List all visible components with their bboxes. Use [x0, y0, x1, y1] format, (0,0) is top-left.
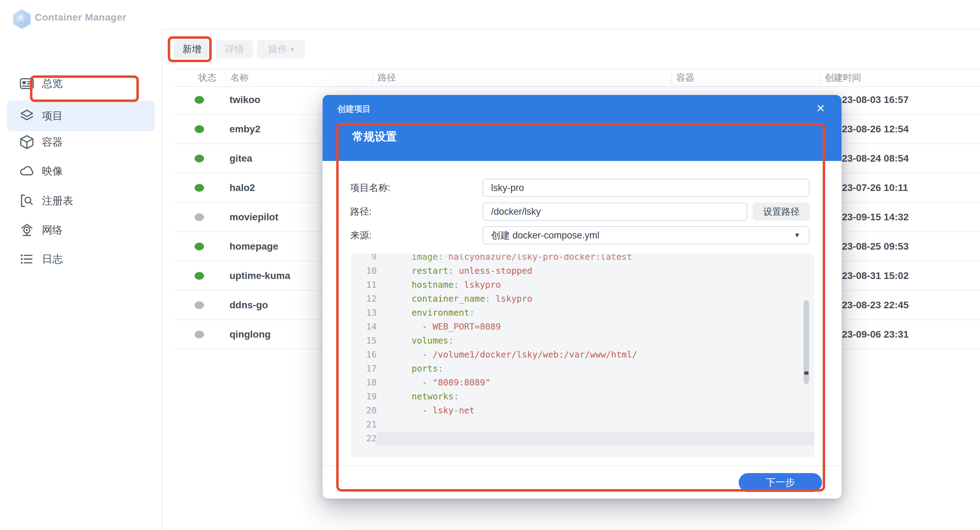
- sidebar-item-label: 项目: [42, 109, 63, 123]
- sidebar-item-label: 映像: [42, 164, 63, 179]
- status-cell: [173, 272, 226, 280]
- app-header: Container Manager: [0, 3, 980, 29]
- code-text: - /volume1/docker/lsky/web:/var/www/html…: [377, 348, 815, 362]
- line-number: 21: [351, 418, 377, 431]
- status-cell: [173, 330, 226, 338]
- project-name-input[interactable]: [483, 179, 810, 197]
- code-line: 21: [351, 418, 815, 431]
- status-dot-running: [195, 96, 204, 104]
- column-header[interactable]: 状态: [189, 69, 226, 86]
- line-number: 20: [351, 404, 377, 418]
- sidebar-item-registry[interactable]: 注册表: [7, 188, 155, 213]
- column-divider: [671, 72, 672, 84]
- code-line: 19 networks:: [351, 390, 815, 404]
- status-dot-running: [195, 155, 204, 162]
- caret-down-icon: ▾: [291, 46, 294, 53]
- add-button[interactable]: 新增: [174, 40, 210, 58]
- path-input[interactable]: [483, 203, 748, 221]
- code-line: 9 image: halcyonazure/lsky-pro-docker:la…: [351, 254, 815, 264]
- sidebar-item-container[interactable]: 容器: [7, 129, 155, 155]
- sidebar-item-label: 容器: [42, 135, 63, 149]
- code-text: - "8089:8089": [377, 376, 815, 390]
- line-number: 22: [351, 431, 377, 445]
- line-number: 15: [351, 334, 377, 348]
- line-number: 17: [351, 362, 377, 376]
- code-text: restart: unless-stopped: [377, 264, 815, 278]
- line-number: 18: [351, 376, 377, 390]
- next-step-button[interactable]: 下一步: [739, 473, 822, 492]
- status-cell: [173, 213, 226, 221]
- sidebar-item-label: 网络: [42, 223, 63, 238]
- sidebar-item-label: 日志: [42, 252, 63, 267]
- overview-icon: [19, 75, 35, 91]
- sidebar-item-label: 总览: [42, 77, 63, 91]
- dialog-title: 创建项目: [337, 103, 371, 115]
- code-line: 11 hostname: lskypro: [351, 278, 815, 292]
- sidebar-item-image[interactable]: 映像: [7, 158, 155, 184]
- sidebar-item-log[interactable]: 日志: [7, 246, 155, 271]
- actions-button[interactable]: 操作 ▾: [257, 40, 305, 58]
- editor-scrollbar-marker: [804, 372, 808, 375]
- code-line: 18 - "8089:8089": [351, 376, 815, 390]
- created-time-cell: 23-08-03 16:57: [819, 94, 980, 105]
- code-text: [377, 418, 815, 431]
- code-text: - WEB_PORT=8089: [377, 320, 815, 334]
- browser-chrome-strip: [0, 0, 980, 3]
- details-button[interactable]: 详情: [216, 40, 253, 58]
- column-divider: [372, 72, 373, 84]
- path-label: 路径:: [350, 203, 372, 221]
- sidebar-nav: 总览项目容器映像注册表网络日志: [0, 29, 162, 530]
- column-header[interactable]: 容器: [676, 69, 694, 86]
- sidebar-item-projects[interactable]: 项目: [7, 101, 155, 131]
- code-line: 10 restart: unless-stopped: [351, 264, 815, 278]
- close-icon[interactable]: ✕: [812, 100, 829, 117]
- status-dot-running: [195, 184, 204, 192]
- code-text: networks:: [377, 390, 815, 404]
- created-time-cell: 23-08-24 08:54: [819, 153, 980, 164]
- line-number: 16: [351, 348, 377, 362]
- code-line: 17 ports:: [351, 362, 815, 376]
- line-number: 13: [351, 306, 377, 320]
- code-lines: 9 image: halcyonazure/lsky-pro-docker:la…: [351, 254, 815, 445]
- project-table-header: 状态名称路径容器创建时间: [173, 69, 980, 87]
- source-select-value: 创建 docker-compose.yml: [491, 229, 600, 242]
- column-header[interactable]: 创建时间: [825, 69, 861, 86]
- source-select[interactable]: 创建 docker-compose.yml ▼: [483, 226, 810, 244]
- line-number: 11: [351, 278, 377, 292]
- line-number: 14: [351, 320, 377, 334]
- status-cell: [173, 184, 226, 192]
- created-time-cell: 23-09-15 14:32: [819, 212, 980, 223]
- column-header[interactable]: 名称: [231, 69, 249, 86]
- dialog-footer-divider: [323, 465, 842, 466]
- project-name-label: 项目名称:: [350, 179, 391, 197]
- created-time-cell: 23-07-26 10:11: [819, 182, 980, 193]
- column-header[interactable]: 路径: [378, 69, 396, 86]
- code-line: 13 environment:: [351, 306, 815, 320]
- app-title: Container Manager: [35, 12, 126, 23]
- line-number: 9: [351, 254, 377, 264]
- image-icon: [19, 163, 35, 179]
- created-time-cell: 23-09-06 23:31: [819, 329, 980, 340]
- set-path-button[interactable]: 设置路径: [752, 203, 810, 221]
- created-time-cell: 23-08-31 15:02: [819, 270, 980, 281]
- code-text: container_name: lskypro: [377, 292, 815, 306]
- code-text: hostname: lskypro: [377, 278, 815, 292]
- code-line: 15 volumes:: [351, 334, 815, 348]
- container-icon: [19, 134, 35, 150]
- created-time-cell: 23-08-26 12:54: [819, 124, 980, 135]
- sidebar-item-network[interactable]: 网络: [7, 217, 155, 243]
- code-line: 22: [351, 431, 815, 445]
- status-dot-stopped: [195, 330, 204, 338]
- container-manager-app: Container Manager 总览项目容器映像注册表网络日志 新增 详情 …: [0, 0, 980, 530]
- sidebar-item-overview[interactable]: 总览: [7, 71, 155, 96]
- code-text: [377, 431, 815, 445]
- log-icon: [19, 251, 35, 267]
- created-time-cell: 23-08-25 09:53: [819, 241, 980, 252]
- code-line: 20 - lsky-net: [351, 404, 815, 418]
- registry-icon: [19, 193, 35, 209]
- line-number: 12: [351, 292, 377, 306]
- column-divider: [819, 72, 820, 84]
- column-divider: [226, 72, 226, 84]
- compose-yaml-editor[interactable]: 9 image: halcyonazure/lsky-pro-docker:la…: [351, 254, 815, 457]
- line-number: 10: [351, 264, 377, 278]
